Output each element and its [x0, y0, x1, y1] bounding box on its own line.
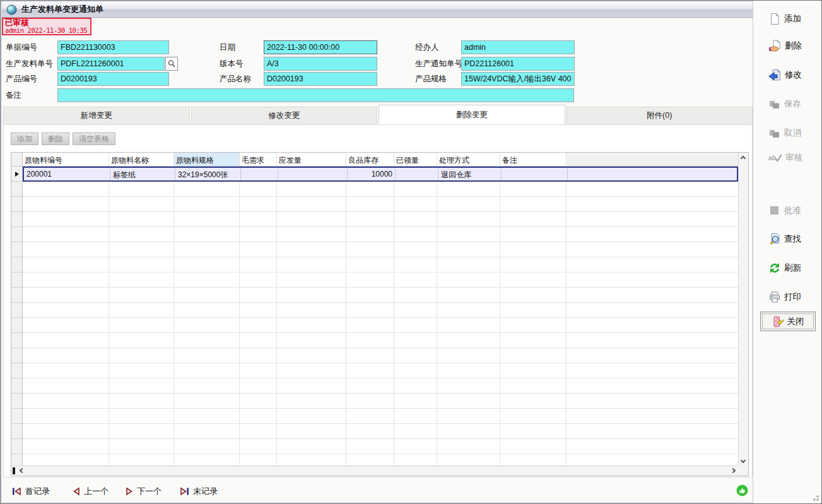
refresh-button[interactable]: 刷新 — [768, 261, 801, 276]
close-form-button[interactable]: 关闭 — [760, 312, 816, 331]
tab-delete-changes[interactable]: 删除变更 — [379, 105, 565, 124]
grid-add-button[interactable]: 添加 — [11, 132, 38, 145]
grid-empty-row[interactable] — [11, 318, 738, 333]
refresh-icon — [768, 262, 781, 274]
product-spec-input[interactable] — [461, 72, 575, 86]
col-header-remark[interactable]: 备注 — [500, 153, 567, 166]
hscroll-thumb[interactable] — [13, 467, 15, 474]
col-header-qty-to-issue[interactable]: 应发量 — [277, 153, 346, 166]
cell-gross-demand[interactable] — [241, 168, 278, 180]
grid-cell — [346, 227, 394, 242]
grid-empty-row[interactable] — [11, 333, 738, 348]
grid-empty-row[interactable] — [11, 212, 738, 227]
grid-empty-row[interactable] — [11, 197, 738, 212]
tab-strip: 新增变更 修改变更 删除变更 附件(0) — [3, 107, 753, 124]
scroll-right-icon[interactable] — [729, 466, 738, 475]
grid-selected-row[interactable]: 200001 标签纸 32×19×5000张 10000 退回仓库 — [11, 167, 738, 182]
tab-new-changes[interactable]: 新增变更 — [3, 107, 190, 124]
modify-button[interactable]: 修改 — [768, 67, 802, 83]
scroll-left-icon[interactable] — [16, 466, 25, 475]
lookup-button[interactable] — [165, 57, 178, 71]
audit-check-icon: ab — [768, 152, 782, 163]
grid-empty-row[interactable] — [11, 348, 738, 363]
grid-empty-row[interactable] — [11, 242, 738, 257]
cell-good-stock[interactable]: 10000 — [348, 168, 396, 180]
version-input[interactable] — [264, 57, 377, 71]
date-input[interactable] — [264, 40, 377, 54]
grid-cell — [240, 348, 277, 363]
title-bar[interactable]: 生产发料单变更通知单 — [2, 2, 820, 18]
previous-record-button[interactable]: 上一个 — [73, 484, 109, 498]
grid-empty-row[interactable] — [11, 454, 738, 466]
approve-button[interactable]: 批准 — [768, 203, 801, 218]
cell-remark[interactable] — [502, 168, 568, 180]
grid-empty-row[interactable] — [11, 288, 738, 303]
remark-input[interactable] — [57, 88, 574, 102]
cell-material-no[interactable]: 200001 — [24, 168, 110, 180]
grid-empty-row[interactable] — [11, 227, 738, 242]
col-header-material-no[interactable]: 原物料编号 — [23, 153, 109, 166]
grid-horizontal-scrollbar[interactable] — [11, 466, 738, 476]
grid-cell — [23, 197, 109, 212]
grid-cell — [567, 257, 738, 273]
grid-cell — [109, 394, 174, 409]
product-no-input[interactable] — [57, 72, 169, 86]
col-header-filler — [567, 153, 738, 166]
grid-empty-row[interactable] — [11, 394, 738, 409]
grid-empty-row[interactable] — [11, 409, 738, 424]
col-header-handling[interactable]: 处理方式 — [437, 153, 500, 166]
handler-input[interactable] — [461, 40, 575, 54]
grid-cell — [277, 439, 346, 454]
grid-empty-row[interactable] — [11, 303, 738, 318]
col-header-good-stock[interactable]: 良品库存 — [346, 153, 394, 166]
audit-button[interactable]: ab 审核 — [768, 150, 802, 165]
grid-cell — [437, 363, 500, 378]
grid-cell — [346, 348, 394, 363]
grid-cell — [346, 394, 394, 409]
grid-clear-button[interactable]: 清空表格 — [73, 132, 115, 145]
notice-no-input[interactable] — [461, 57, 575, 71]
last-record-button[interactable]: 末记录 — [180, 484, 218, 498]
product-name-input[interactable] — [264, 72, 377, 86]
grid-cell — [174, 333, 240, 348]
grid-empty-row[interactable] — [11, 273, 738, 288]
grid-delete-button[interactable]: 删除 — [42, 132, 69, 145]
col-header-received-qty[interactable]: 已领量 — [394, 153, 437, 166]
grid-empty-row[interactable] — [11, 439, 738, 454]
grid-cell — [240, 212, 277, 227]
cancel-button[interactable]: 取消 — [768, 126, 801, 141]
cell-handling[interactable]: 退回仓库 — [438, 168, 502, 180]
grid-empty-row[interactable] — [11, 424, 738, 439]
col-header-material-name[interactable]: 原物料名称 — [109, 153, 174, 166]
row-marker-cell — [11, 394, 23, 409]
grid-empty-row[interactable] — [11, 363, 738, 378]
grid-empty-row[interactable] — [11, 182, 738, 197]
find-button[interactable]: 查找 — [768, 231, 801, 247]
issue-order-no-input[interactable] — [57, 57, 165, 71]
scroll-up-icon[interactable] — [739, 153, 748, 161]
cell-material-name[interactable]: 标签纸 — [110, 168, 175, 180]
col-header-material-spec[interactable]: 原物料规格 — [174, 153, 240, 166]
scroll-down-icon[interactable] — [739, 457, 748, 466]
delete-button[interactable]: 删除 — [768, 38, 802, 54]
first-record-button[interactable]: 首记录 — [12, 484, 50, 498]
next-record-button[interactable]: 下一个 — [126, 484, 161, 498]
save-button[interactable]: 保存 — [768, 97, 801, 112]
resize-grip[interactable] — [811, 493, 819, 501]
grid-vertical-scrollbar[interactable] — [738, 153, 748, 466]
grid-empty-row[interactable] — [11, 257, 738, 273]
tab-modify-changes[interactable]: 修改变更 — [191, 107, 378, 124]
cell-received-qty[interactable] — [396, 168, 438, 180]
add-button[interactable]: 添加 — [768, 11, 801, 26]
grid-empty-row[interactable] — [11, 378, 738, 394]
cell-qty-to-issue[interactable] — [278, 168, 348, 180]
grid-cell — [437, 394, 500, 409]
client-area: 已审核 admin 2022-11-30 10:35 单据编号 日期 经办人 生… — [2, 18, 820, 502]
print-button[interactable]: 打印 — [768, 290, 801, 305]
grid-cell — [240, 318, 277, 333]
cell-material-spec[interactable]: 32×19×5000张 — [175, 168, 241, 180]
col-header-gross-demand[interactable]: 毛需求 — [240, 153, 277, 166]
document-no-input[interactable] — [57, 40, 169, 54]
field-group-product-name: 产品名称 — [220, 72, 377, 86]
tab-attachments[interactable]: 附件(0) — [567, 107, 753, 124]
